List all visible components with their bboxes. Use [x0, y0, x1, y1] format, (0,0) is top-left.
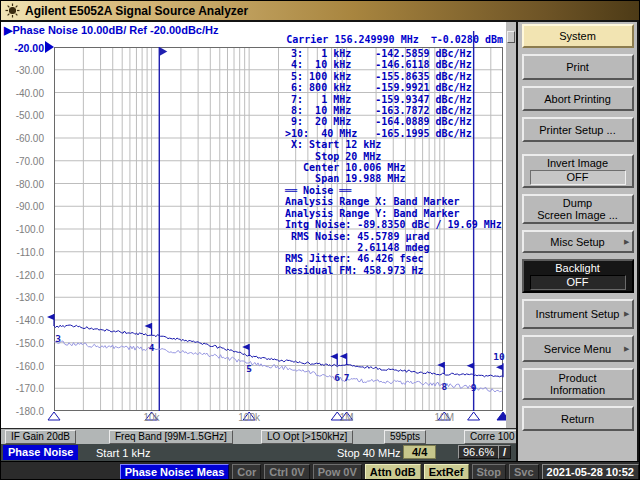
if-gain-button[interactable]: IF Gain 20dB [5, 430, 76, 444]
y-tick-label: -40.00 [16, 88, 44, 99]
softkey-label: Misc Setup [550, 236, 604, 248]
y-tick-label: -90.00 [16, 201, 44, 212]
taskbar-extref-indicator[interactable]: ExtRef [424, 464, 469, 480]
softkey-menu: System Print Abort Printing Printer Setu… [518, 22, 637, 461]
sweep-status-bar: Phase Noise Start 1 kHz Stop 40 MHz 4/4 … [1, 444, 517, 461]
softkey-label: System [559, 30, 596, 42]
softkey-label: Abort Printing [544, 93, 611, 105]
points-button[interactable]: 595pts [384, 430, 426, 444]
invert-image-state: OFF [530, 170, 626, 185]
freq-band-button[interactable]: Freq Band [99M-1.5GHz] [109, 430, 233, 444]
taskbar-attn-indicator[interactable]: Attn 0dB [365, 464, 421, 480]
svg-text:10: 10 [493, 351, 505, 362]
sweep-progress-percent: 96.6% [458, 445, 499, 459]
y-tick-label: -50.00 [16, 110, 44, 121]
softkey-label: Backlight [555, 262, 600, 274]
x-tick-label: 10k [135, 412, 169, 423]
menu-scroll-strip [506, 22, 516, 428]
softkey-label: Invert Image [547, 157, 608, 169]
channel-badge[interactable]: Phase Noise [3, 445, 78, 460]
y-tick-label: -60.00 [16, 133, 44, 144]
average-count-badge: 4/4 [403, 445, 436, 459]
softkey-dump-screen-image[interactable]: Dump Screen Image ... [522, 194, 634, 224]
y-axis-labels: -20.00-30.00-40.00-50.00-60.00-70.00-80.… [1, 47, 47, 417]
softkey-label: Service Menu [544, 343, 611, 355]
sweep-start-label: Start 1 kHz [96, 447, 150, 459]
taskbar-stop-indicator: Stop [472, 464, 506, 480]
y-tick-label: -120.0 [16, 270, 44, 281]
softkey-return[interactable]: Return [522, 406, 634, 431]
submenu-arrow-icon: ▶ [624, 238, 629, 246]
y-tick-label: -130.0 [16, 292, 44, 303]
taskbar-pow-indicator: Pow 0V [313, 464, 362, 480]
system-taskbar: Phase Noise: Meas Cor Ctrl 0V Pow 0V Att… [1, 461, 640, 480]
svg-text:9: 9 [471, 382, 477, 393]
softkey-label: Instrument Setup [536, 308, 620, 320]
softkey-misc-setup[interactable]: Misc Setup ▶ [522, 230, 634, 253]
softkey-system[interactable]: System [522, 24, 634, 48]
instrument-screen: Agilent E5052A Signal Source Analyzer ▶P… [0, 0, 640, 480]
svg-text:5: 5 [246, 363, 252, 374]
lo-opt-button[interactable]: LO Opt [>150kHz] [261, 430, 353, 444]
svg-text:8: 8 [441, 381, 447, 392]
correlation-button[interactable]: Corre 100 [464, 430, 520, 444]
softkey-backlight[interactable]: Backlight OFF [522, 259, 634, 293]
sweep-stop-label: Stop 40 MHz [337, 447, 401, 459]
softkey-label: Return [561, 413, 594, 425]
y-tick-label: -20.00 [14, 42, 44, 54]
softkey-instrument-setup[interactable]: Instrument Setup ▶ [522, 299, 634, 329]
trace-scale-header: ▶Phase Noise 10.00dB/ Ref -20.00dBc/Hz [4, 24, 219, 37]
sun-icon [5, 3, 20, 18]
y-tick-label: -180.0 [16, 406, 44, 417]
svg-text:6: 6 [334, 372, 340, 383]
x-tick-label: 100k [232, 412, 266, 423]
measurement-area: ▶Phase Noise 10.00dB/ Ref -20.00dBc/Hz C… [1, 22, 506, 428]
menu-scroll-thumb[interactable] [507, 31, 515, 43]
y-tick-label: -160.0 [16, 361, 44, 372]
carrier-frequency: Carrier 156.249990 MHz [286, 34, 418, 45]
x-tick-label: 1M [330, 412, 364, 423]
sweep-spinner: / [498, 445, 511, 459]
y-tick-label: -30.00 [16, 65, 44, 76]
reference-level-marker-icon [45, 41, 54, 53]
y-tick-label: -150.0 [16, 338, 44, 349]
window-title: Agilent E5052A Signal Source Analyzer [25, 4, 248, 18]
y-tick-label: -80.00 [16, 179, 44, 190]
backlight-state: OFF [530, 275, 626, 290]
softkey-label: Printer Setup ... [539, 124, 615, 136]
carrier-readout: Carrier 156.249990 MHz ⊤-0.0280 dBm [286, 34, 503, 45]
softkey-label: Print [566, 61, 589, 73]
svg-text:7: 7 [344, 372, 350, 383]
softkey-invert-image[interactable]: Invert Image OFF [522, 154, 634, 188]
taskbar-cor-indicator: Cor [232, 464, 261, 480]
taskbar-clock: 2021-05-28 10:52 [542, 464, 639, 480]
submenu-arrow-icon: ▶ [624, 345, 629, 353]
softkey-service-menu[interactable]: Service Menu ▶ [522, 335, 634, 362]
y-tick-label: -140.0 [16, 315, 44, 326]
y-tick-label: -110.0 [16, 247, 44, 258]
softkey-label: Product Information [550, 372, 605, 396]
softkey-print[interactable]: Print [522, 54, 634, 80]
svg-text:4: 4 [149, 342, 155, 353]
taskbar-phase-noise-meas[interactable]: Phase Noise: Meas [120, 464, 230, 480]
carrier-power: ⊤-0.0280 dBm [431, 34, 503, 45]
measurement-status-bar: IF Gain 20dB Freq Band [99M-1.5GHz] LO O… [1, 428, 517, 444]
taskbar-svc-indicator: Svc [509, 464, 539, 480]
titlebar: Agilent E5052A Signal Source Analyzer [1, 1, 640, 22]
x-tick-label: 10M [427, 412, 461, 423]
y-tick-label: -170.0 [16, 383, 44, 394]
submenu-arrow-icon: ▶ [624, 310, 629, 318]
softkey-printer-setup[interactable]: Printer Setup ... [522, 117, 634, 142]
y-tick-label: -100.0 [16, 224, 44, 235]
marker-readout-table: 3: 1 kHz -142.5859 dBc/Hz 4: 10 kHz -146… [279, 48, 502, 276]
softkey-label: Dump Screen Image ... [537, 197, 618, 221]
x-axis-labels: 10k100k1M10M [54, 412, 503, 426]
softkey-product-information[interactable]: Product Information [522, 368, 634, 400]
y-tick-label: -70.00 [16, 156, 44, 167]
taskbar-ctrl-indicator: Ctrl 0V [264, 464, 309, 480]
softkey-abort-printing[interactable]: Abort Printing [522, 86, 634, 111]
svg-text:3: 3 [55, 333, 61, 344]
